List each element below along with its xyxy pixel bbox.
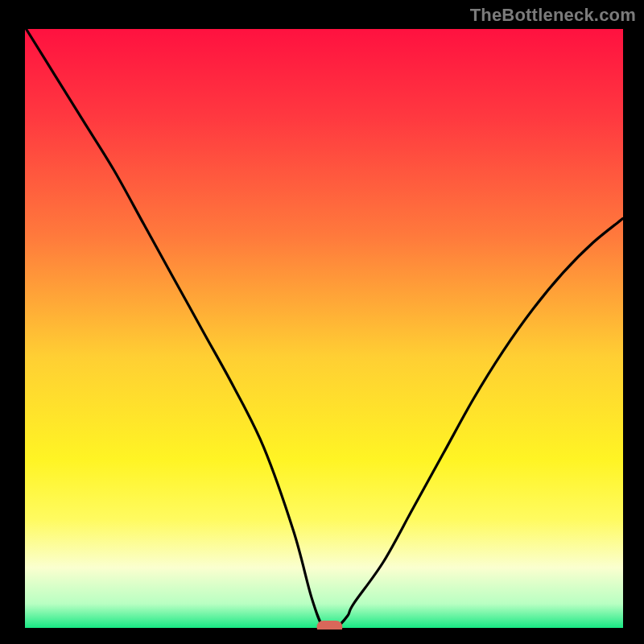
chart-frame: TheBottleneck.com [0,0,644,644]
bottleneck-chart [13,23,631,636]
plot-background [24,26,623,628]
